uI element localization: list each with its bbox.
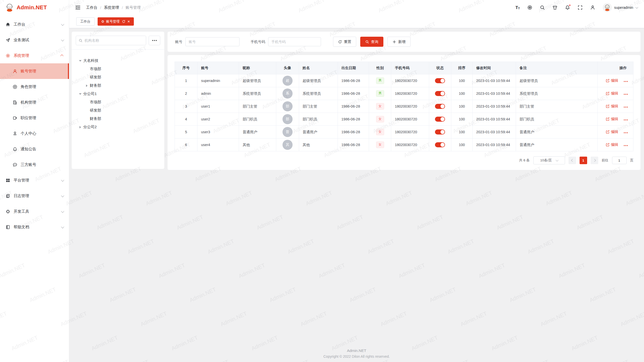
sidebar-item-logs[interactable]: 日志管理 — [0, 188, 69, 204]
language-icon[interactable] — [527, 5, 532, 10]
sidebar-item-chat[interactable]: 三方账号 — [0, 157, 69, 172]
right-column: 账号 手机号码 重置 查询 — [168, 32, 640, 170]
tree-node[interactable]: 财务部 — [76, 81, 160, 90]
row-more-button[interactable] — [624, 81, 628, 82]
sidebar-item-label: 日志管理 — [14, 193, 61, 199]
search-button[interactable]: 查询 — [360, 37, 383, 47]
status-toggle[interactable] — [435, 129, 445, 134]
user-menu[interactable]: superadmin — [603, 3, 637, 12]
breadcrumb-item[interactable]: 工作台 — [86, 5, 97, 10]
table-cell: 部门主管 — [516, 100, 598, 113]
caret-spacer — [85, 117, 88, 120]
tree-more-button[interactable] — [149, 36, 160, 45]
edit-button[interactable]: 编辑 — [606, 117, 618, 121]
table-cell: 编辑 — [597, 74, 633, 87]
page-size-select[interactable]: 10条/页 — [533, 156, 565, 164]
caret-down-icon[interactable] — [79, 93, 82, 96]
add-button[interactable]: 新增 — [387, 37, 411, 47]
tree-node[interactable]: 财务部 — [76, 115, 160, 123]
theme-icon[interactable] — [552, 5, 557, 10]
current-page-button[interactable]: 1 — [580, 157, 587, 164]
reset-button[interactable]: 重置 — [333, 37, 356, 47]
tools-icon — [6, 209, 10, 214]
status-toggle[interactable] — [435, 117, 445, 122]
sidebar-item-grid[interactable]: 平台管理 — [0, 172, 69, 188]
tree-node[interactable]: 大名科技 — [76, 57, 160, 65]
notification-badge — [569, 4, 571, 6]
sidebar-item-home[interactable]: 工作台 — [0, 17, 69, 32]
edit-label: 编辑 — [611, 129, 618, 134]
tree-node-label: 财务部 — [90, 83, 101, 88]
tabbar: 工作台 账号管理 × — [69, 15, 644, 28]
sidebar-item-tools[interactable]: 开发工具 — [0, 204, 69, 219]
user-table: 序号 账号 昵称 头像 姓名 出生日期 性别 手机号码 状态 排序 — [175, 62, 633, 151]
table-cell: 2023-01-03 10:59:44 — [472, 87, 516, 100]
sidebar-item-bell[interactable]: 通知公告 — [0, 141, 69, 157]
tree-node[interactable]: 市场部 — [76, 98, 160, 106]
row-more-button[interactable] — [624, 132, 628, 133]
sidebar-item-profile[interactable]: 个人中心 — [0, 126, 69, 141]
row-more-button[interactable] — [624, 145, 628, 146]
table-cell: 3 — [175, 100, 197, 113]
sidebar-item-book[interactable]: 帮助文档 — [0, 219, 69, 235]
edit-button[interactable]: 编辑 — [606, 129, 618, 134]
notification-bell-icon[interactable] — [565, 5, 570, 10]
next-page-button[interactable] — [591, 157, 598, 164]
breadcrumb-separator: / — [100, 6, 101, 10]
font-size-icon[interactable]: TT — [515, 6, 520, 10]
brand[interactable]: Admin.NET — [0, 0, 69, 15]
tree-node[interactable]: 分公司2 — [76, 123, 160, 131]
row-more-button[interactable] — [624, 94, 628, 95]
tree-node-label: 分公司2 — [83, 125, 97, 129]
edit-button[interactable]: 编辑 — [606, 78, 618, 83]
tab-label: 账号管理 — [106, 19, 120, 24]
caret-right-icon[interactable] — [85, 84, 88, 87]
tree-node[interactable]: 市场部 — [76, 65, 160, 73]
close-icon[interactable]: × — [128, 19, 130, 24]
fullscreen-icon[interactable] — [578, 5, 583, 10]
org-search-input[interactable] — [85, 38, 143, 42]
status-toggle[interactable] — [435, 78, 445, 83]
breadcrumb-item[interactable]: 系统管理 — [104, 5, 119, 10]
sidebar-item-send[interactable]: 业务测试 — [0, 32, 69, 48]
row-more-button[interactable] — [624, 107, 628, 108]
org-search-field[interactable] — [76, 36, 146, 45]
edit-button[interactable]: 编辑 — [606, 142, 618, 147]
menu-collapse-icon[interactable] — [75, 5, 80, 10]
caret-right-icon[interactable] — [79, 126, 82, 129]
gender-badge: 男 — [376, 90, 384, 97]
table-cell: 其 — [276, 139, 299, 151]
status-toggle[interactable] — [435, 104, 445, 109]
row-avatar: 其 — [283, 140, 293, 150]
row-more-button[interactable] — [624, 119, 628, 120]
edit-button[interactable]: 编辑 — [606, 104, 618, 109]
search-icon — [365, 40, 369, 44]
edit-icon — [606, 79, 610, 82]
status-toggle[interactable] — [435, 91, 445, 96]
tab-account-management[interactable]: 账号管理 × — [98, 17, 134, 26]
phone-input[interactable] — [268, 37, 321, 46]
edit-button[interactable]: 编辑 — [606, 91, 618, 96]
prev-page-button[interactable] — [569, 157, 576, 164]
sidebar-item-gear[interactable]: 系统管理 — [0, 48, 69, 63]
sidebar-item-user[interactable]: 账号管理 — [0, 63, 69, 79]
sidebar-item-label: 开发工具 — [14, 209, 61, 214]
goto-page-input[interactable] — [612, 157, 627, 164]
search-icon[interactable] — [540, 5, 545, 10]
sidebar-item-org[interactable]: 机构管理 — [0, 95, 69, 110]
column-header: 姓名 — [299, 62, 338, 74]
tab-workbench[interactable]: 工作台 — [76, 17, 95, 26]
sidebar-item-position[interactable]: 职位管理 — [0, 110, 69, 126]
tree-node[interactable]: 分公司1 — [76, 90, 160, 98]
tree-node[interactable]: 研发部 — [76, 106, 160, 115]
account-input[interactable] — [185, 37, 239, 46]
book-icon — [6, 225, 10, 230]
breadcrumb-item-current: 账号管理 — [126, 5, 141, 10]
profile-icon[interactable] — [590, 5, 595, 10]
table-cell: 1986-06-28 — [338, 139, 369, 151]
sidebar-item-role[interactable]: 角色管理 — [0, 79, 69, 95]
caret-down-icon[interactable] — [79, 59, 82, 62]
tree-node[interactable]: 研发部 — [76, 73, 160, 81]
refresh-icon[interactable] — [122, 20, 125, 23]
status-toggle[interactable] — [435, 142, 445, 147]
